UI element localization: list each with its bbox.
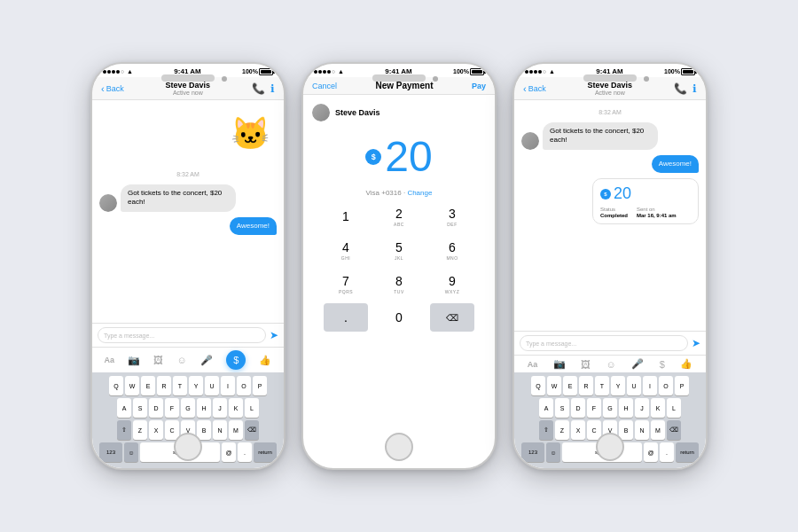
key-f[interactable]: F [165, 398, 179, 418]
aa-icon[interactable]: Aa [105, 356, 115, 364]
key-z[interactable]: Z [133, 420, 147, 440]
numpad-1[interactable]: 1 [324, 202, 368, 231]
key-k[interactable]: K [229, 398, 243, 418]
k3-a[interactable]: A [539, 398, 553, 418]
back-button[interactable]: ‹ Back [101, 83, 124, 94]
k3-j[interactable]: J [635, 398, 649, 418]
key-p[interactable]: P [253, 376, 267, 395]
key-n[interactable]: N [213, 420, 227, 440]
k3-h[interactable]: H [619, 398, 633, 418]
key-return[interactable]: return [254, 442, 277, 462]
key-delete[interactable]: ⌫ [245, 420, 259, 440]
info-icon[interactable]: ℹ [270, 82, 275, 95]
payment-button-1[interactable]: $ [226, 350, 246, 370]
k3-dot[interactable]: . [660, 442, 674, 462]
numpad-0[interactable]: 0 [377, 303, 421, 332]
emoji-icon-3[interactable]: ☺ [606, 359, 616, 370]
cancel-button[interactable]: Cancel [312, 82, 337, 90]
dollar-icon-3[interactable]: $ [660, 359, 665, 370]
numpad-8[interactable]: 8TUV [377, 270, 421, 298]
phone-icon[interactable]: 📞 [252, 82, 265, 95]
key-i[interactable]: I [221, 376, 235, 395]
send-icon-1[interactable]: ➤ [270, 329, 278, 341]
k3-emoji[interactable]: ☺ [546, 442, 560, 462]
k3-s[interactable]: S [555, 398, 569, 418]
k3-i[interactable]: I [643, 376, 657, 395]
key-j[interactable]: J [213, 398, 227, 418]
k3-at[interactable]: @ [644, 442, 658, 462]
k3-m[interactable]: M [651, 420, 665, 440]
key-m[interactable]: M [229, 420, 243, 440]
numpad-9[interactable]: 9WXYZ [430, 270, 474, 298]
camera-icon[interactable]: 📷 [128, 355, 140, 366]
k3-d[interactable]: D [571, 398, 585, 418]
aa-icon-3[interactable]: Aa [528, 360, 538, 369]
k3-l[interactable]: L [667, 398, 681, 418]
emoji-icon[interactable]: ☺ [177, 355, 187, 365]
photo-icon-3[interactable]: 🖼 [581, 359, 591, 370]
numpad-7[interactable]: 7PQRS [324, 270, 368, 298]
k3-e[interactable]: E [563, 376, 577, 395]
key-x[interactable]: X [149, 420, 163, 440]
key-l[interactable]: L [245, 398, 259, 418]
key-e[interactable]: E [141, 376, 155, 395]
k3-r[interactable]: R [579, 376, 593, 395]
k3-shift[interactable]: ⇧ [539, 420, 553, 440]
photo-icon[interactable]: 🖼 [153, 355, 163, 365]
message-input-3[interactable]: Type a message... [520, 335, 688, 351]
k3-k[interactable]: K [651, 398, 665, 418]
key-u[interactable]: U [205, 376, 219, 395]
change-link[interactable]: Change [407, 189, 432, 197]
k3-b[interactable]: B [619, 420, 633, 440]
numpad-dot[interactable]: . [324, 303, 368, 332]
key-y[interactable]: Y [189, 376, 203, 395]
numpad-6[interactable]: 6MNO [430, 236, 474, 264]
key-s[interactable]: S [133, 398, 147, 418]
back-button-3[interactable]: ‹ Back [523, 83, 546, 94]
message-input-1[interactable]: Type a message... [98, 327, 266, 343]
k3-t[interactable]: T [595, 376, 609, 395]
thumb-icon[interactable]: 👍 [259, 355, 271, 366]
home-button-1[interactable] [174, 433, 202, 461]
key-g[interactable]: G [181, 398, 195, 418]
k3-w[interactable]: W [547, 376, 561, 395]
key-q[interactable]: Q [109, 376, 123, 395]
k3-q[interactable]: Q [531, 376, 545, 395]
k3-delete[interactable]: ⌫ [667, 420, 681, 440]
k3-p[interactable]: P [675, 376, 689, 395]
camera-icon-3[interactable]: 📷 [553, 358, 566, 370]
k3-y[interactable]: Y [611, 376, 625, 395]
pay-button[interactable]: Pay [472, 82, 486, 90]
k3-z[interactable]: Z [555, 420, 569, 440]
k3-g[interactable]: G [603, 398, 617, 418]
key-dot[interactable]: . [238, 442, 252, 462]
numpad-delete[interactable]: ⌫ [430, 303, 474, 332]
thumb-icon-3[interactable]: 👍 [680, 358, 692, 370]
phone-icon-3[interactable]: 📞 [674, 82, 687, 95]
key-o[interactable]: O [237, 376, 251, 395]
numpad-2[interactable]: 2ABC [377, 202, 421, 231]
key-a[interactable]: A [117, 398, 131, 418]
k3-123[interactable]: 123 [521, 442, 544, 462]
key-b[interactable]: B [197, 420, 211, 440]
k3-f[interactable]: F [587, 398, 601, 418]
numpad-5[interactable]: 5JKL [377, 236, 421, 264]
numpad-3[interactable]: 3DEF [430, 202, 474, 231]
mic-icon-3[interactable]: 🎤 [631, 358, 644, 370]
info-icon-3[interactable]: ℹ [692, 82, 697, 95]
home-button-2[interactable] [385, 433, 413, 461]
k3-return[interactable]: return [676, 442, 699, 462]
key-d[interactable]: D [149, 398, 163, 418]
key-w[interactable]: W [125, 376, 139, 395]
key-at[interactable]: @ [222, 442, 236, 462]
key-emoji[interactable]: ☺ [124, 442, 138, 462]
k3-x[interactable]: X [571, 420, 585, 440]
send-icon-3[interactable]: ➤ [692, 337, 700, 349]
mic-icon[interactable]: 🎤 [200, 355, 213, 366]
k3-u[interactable]: U [627, 376, 641, 395]
key-123[interactable]: 123 [99, 442, 122, 462]
key-t[interactable]: T [173, 376, 187, 395]
k3-n[interactable]: N [635, 420, 649, 440]
key-r[interactable]: R [157, 376, 171, 395]
key-h[interactable]: H [197, 398, 211, 418]
